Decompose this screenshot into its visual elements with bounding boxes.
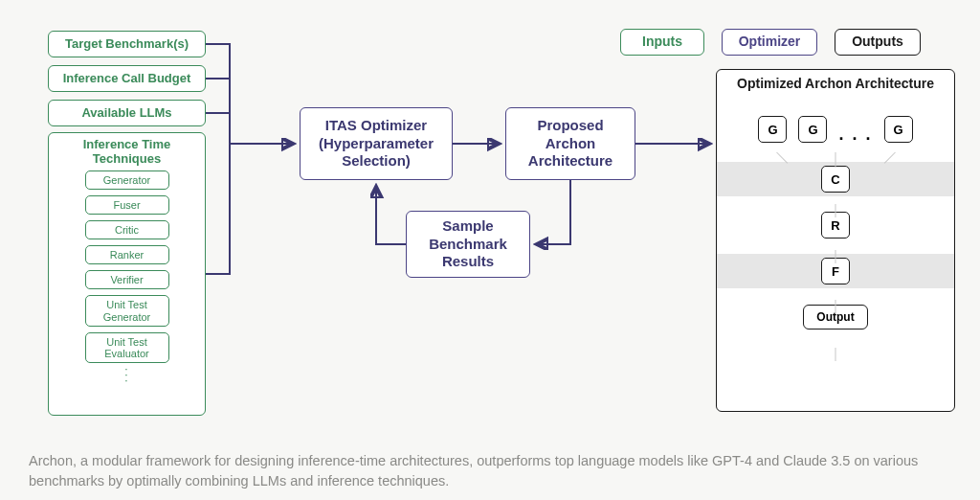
techniques-title: Inference Time Techniques bbox=[49, 137, 205, 166]
optimized-architecture: Optimized Archon Architecture G G . . . … bbox=[716, 69, 955, 412]
input-techniques-container: Inference Time Techniques Generator Fuse… bbox=[48, 132, 206, 416]
itas-optimizer: ITAS Optimizer (Hyperparameter Selection… bbox=[300, 107, 453, 180]
input-available-llms: Available LLMs bbox=[48, 100, 206, 126]
input-inference-budget: Inference Call Budget bbox=[48, 65, 206, 92]
arch-node-c: C bbox=[821, 166, 850, 193]
sample-benchmark-results: Sample Benchmark Results bbox=[406, 211, 530, 278]
technique-fuser: Fuser bbox=[85, 195, 169, 215]
technique-generator: Generator bbox=[85, 170, 169, 190]
techniques-ellipsis: ··· bbox=[124, 366, 128, 383]
technique-unit-test-generator: Unit Test Generator bbox=[85, 295, 169, 326]
legend-outputs: Outputs bbox=[835, 29, 921, 56]
arch-row-generators: G G . . . G bbox=[728, 112, 943, 147]
legend-inputs: Inputs bbox=[620, 29, 704, 56]
technique-critic: Critic bbox=[85, 220, 169, 239]
arch-title: Optimized Archon Architecture bbox=[717, 76, 954, 91]
technique-unit-test-evaluator: Unit Test Evaluator bbox=[85, 332, 169, 363]
arch-node-g2: G bbox=[798, 116, 827, 143]
legend-optimizer: Optimizer bbox=[722, 29, 817, 56]
input-target-benchmarks: Target Benchmark(s) bbox=[48, 31, 206, 57]
caption: Archon, a modular framework for designin… bbox=[29, 451, 951, 490]
arch-dots: . . . bbox=[838, 125, 872, 145]
technique-verifier: Verifier bbox=[85, 270, 169, 289]
technique-ranker: Ranker bbox=[85, 245, 169, 264]
archon-diagram: Inputs Optimizer Outputs Target Benchmar… bbox=[29, 19, 951, 441]
arch-node-g3: G bbox=[884, 116, 913, 143]
proposed-architecture: Proposed Archon Architecture bbox=[505, 107, 635, 180]
arch-node-g1: G bbox=[758, 116, 787, 143]
